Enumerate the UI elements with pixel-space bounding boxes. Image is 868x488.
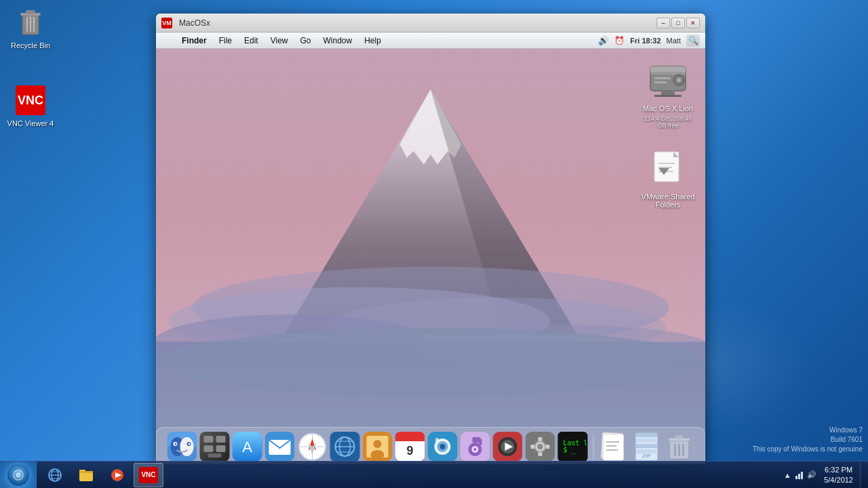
svg-rect-100: [604, 434, 624, 460]
windows-taskbar: VNC ▲ 🔊 6:32 PM 5/4/2012: [0, 461, 868, 488]
tray-clock[interactable]: 6:32 PM 5/4/2012: [820, 465, 857, 485]
spotlight-button[interactable]: 🔍: [686, 35, 700, 47]
contacts-icon: [363, 432, 393, 462]
vnc-viewer-label: VNC Viewer 4: [6, 119, 55, 127]
sysprefs-icon: [526, 432, 555, 462]
time-machine-icon[interactable]: ⏰: [614, 36, 625, 45]
start-button[interactable]: [0, 462, 37, 489]
maximize-button[interactable]: □: [671, 18, 685, 28]
edit-menu[interactable]: Edit: [239, 35, 264, 47]
dock-downloads[interactable]: ZIP: [632, 432, 662, 462]
mac-hd-label: Mac OS X Lion: [643, 104, 693, 113]
help-menu[interactable]: Help: [359, 35, 387, 47]
svg-rect-24: [654, 77, 671, 79]
safari-icon: [298, 432, 328, 462]
mac-hd-icon[interactable]: Mac OS X Lion 214.4 GB, 208.46 GB free: [637, 56, 698, 131]
svg-rect-130: [798, 474, 800, 479]
windows-watermark: Windows 7 Build 7601 This copy of Window…: [753, 426, 863, 454]
taskbar-tray: ▲ 🔊 6:32 PM 5/4/2012: [782, 463, 868, 487]
apple-menu-button[interactable]: [161, 34, 175, 47]
dock-terminal[interactable]: Last login: $ _: [558, 432, 588, 462]
svg-point-23: [678, 79, 680, 81]
svg-text:ZIP: ZIP: [642, 453, 650, 459]
finder-menu[interactable]: Finder: [176, 35, 212, 47]
vmware-shared-icon[interactable]: VMware Shared Folders: [637, 144, 698, 211]
taskbar-vnc-button[interactable]: VNC: [134, 463, 163, 487]
dock-iphoto[interactable]: [428, 432, 458, 462]
mac-hd-image: [646, 58, 690, 102]
view-menu[interactable]: View: [265, 35, 294, 47]
dock-trash[interactable]: [665, 432, 694, 462]
svg-rect-31: [658, 163, 675, 164]
mac-user[interactable]: Matt: [667, 37, 681, 45]
dock-contacts[interactable]: [363, 432, 393, 462]
dock-mail[interactable]: [265, 432, 295, 462]
finder-icon: [167, 432, 197, 462]
dock-safari[interactable]: [298, 432, 328, 462]
svg-point-66: [374, 440, 382, 448]
dock-finder[interactable]: [167, 432, 197, 462]
expose-icon: [200, 432, 230, 462]
svg-rect-81: [479, 439, 482, 445]
menubar-right: 🔊 ⏰ Fri 18:32 Matt 🔍: [598, 35, 700, 47]
vmware-shared-label: VMware Shared Folders: [640, 192, 696, 209]
svg-rect-92: [538, 452, 542, 456]
dock-separator: [593, 433, 594, 460]
recycle-bin-icon[interactable]: Recycle Bin: [3, 3, 58, 52]
tray-network-icon[interactable]: [794, 470, 805, 481]
watermark-line3: This copy of Windows is not genuine: [753, 445, 863, 454]
tray-volume-icon[interactable]: 🔊: [806, 470, 817, 481]
svg-rect-91: [538, 437, 542, 441]
svg-point-41: [175, 443, 177, 445]
dock-documents[interactable]: [599, 432, 629, 462]
taskbar-ie-button[interactable]: [40, 463, 70, 487]
svg-rect-44: [216, 436, 226, 443]
svg-text:$ _: $ _: [564, 446, 576, 454]
mountain-illustration: [156, 49, 705, 464]
dock-sysprefs[interactable]: [526, 432, 555, 462]
mac-clock: Fri 18:32: [630, 37, 660, 45]
downloads-icon: ZIP: [632, 432, 662, 462]
dock-expose[interactable]: [200, 432, 230, 462]
watermark-line2: Build 7601: [753, 435, 863, 445]
recycle-bin-label: Recycle Bin: [6, 41, 55, 49]
svg-text:9: 9: [406, 444, 413, 458]
svg-rect-105: [636, 433, 658, 437]
svg-point-67: [371, 450, 384, 460]
taskbar-explorer-button[interactable]: [71, 463, 101, 487]
close-button[interactable]: ✕: [686, 18, 700, 28]
svg-point-38: [180, 437, 194, 456]
file-menu[interactable]: File: [214, 35, 237, 47]
terminal-icon: Last login: $ _: [558, 432, 588, 462]
speaker-icon[interactable]: 🔊: [598, 35, 609, 45]
tray-expand-button[interactable]: ▲: [782, 470, 793, 481]
svg-rect-32: [658, 167, 672, 168]
dock-network[interactable]: [330, 432, 360, 462]
dock-calendar[interactable]: 9: [395, 432, 425, 462]
svg-rect-94: [546, 445, 550, 449]
go-menu[interactable]: Go: [295, 35, 317, 47]
vnc-viewer-image: VNC: [14, 84, 47, 117]
tray-time: 6:32 PM: [824, 465, 853, 474]
dock-dvdplayer[interactable]: [493, 432, 523, 462]
taskbar-mediaplayer-button[interactable]: [102, 463, 132, 487]
window-menu[interactable]: Window: [318, 35, 358, 47]
svg-rect-20: [650, 72, 686, 75]
show-desktop-button[interactable]: [860, 463, 865, 487]
svg-rect-45: [204, 445, 214, 452]
svg-rect-107: [636, 444, 658, 448]
svg-rect-43: [204, 436, 214, 443]
svg-rect-113: [675, 435, 684, 439]
taskbar-items: VNC: [37, 462, 782, 488]
vnc-viewer-icon[interactable]: VNC VNC Viewer 4: [3, 81, 58, 130]
svg-point-82: [474, 448, 477, 451]
svg-rect-93: [531, 445, 535, 449]
dock-itunes[interactable]: [460, 432, 490, 462]
svg-rect-27: [654, 95, 682, 97]
tray-icons: ▲ 🔊: [782, 470, 817, 481]
minimize-button[interactable]: –: [656, 18, 670, 28]
svg-point-75: [440, 444, 446, 449]
window-controls: – □ ✕: [656, 18, 700, 28]
svg-point-42: [189, 443, 191, 445]
dock-appstore[interactable]: A: [233, 432, 262, 462]
